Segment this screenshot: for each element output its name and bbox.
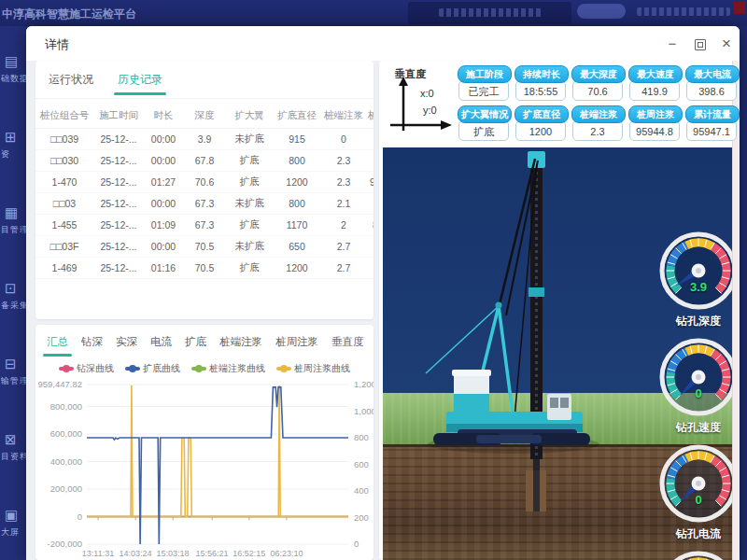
table-row[interactable]: □□03025-12-...00:0067.8扩底8002.35.6 (35, 150, 374, 172)
table-cell: 2.3 (321, 172, 366, 193)
svg-text:15:56:21: 15:56:21 (196, 549, 229, 558)
table-cell: 01:16 (144, 258, 183, 279)
card-value: 2.3 (572, 120, 624, 141)
sidebar-item-0[interactable]: ▤础数据 (0, 54, 26, 85)
card-value: 70.6 (572, 80, 624, 101)
table-cell: 2.1 (321, 193, 366, 215)
table-row[interactable]: □□0325-12-...00:0067.3未扩底8002.10 (35, 193, 374, 215)
card-label: 桩端注浆 (571, 105, 626, 123)
table-cell: 扩底 (226, 258, 273, 279)
sidebar-item-5[interactable]: ⊠目资料 (0, 432, 26, 463)
status-cards-row-1: 施工阶段已完工持续时长18:5:55最大深度70.6最大速度419.9最大电流3… (458, 65, 738, 105)
card-label: 持续时长 (514, 65, 569, 83)
screen-icon: ▣ (5, 508, 26, 523)
table-cell: 70.6 (183, 172, 226, 193)
close-button[interactable]: × (717, 35, 736, 53)
table-row[interactable]: 1-45525-12-...01:0967.3扩底1170285878. (35, 215, 374, 236)
table-cell: 扩底 (226, 215, 273, 236)
maximize-button[interactable] (691, 35, 710, 53)
status-card-最大速度: 最大速度419.9 (628, 65, 681, 101)
monitor-panel: 垂直度 x:0 y:0 施工阶段已完工持续时长18:5:55最大深度70.6最大… (379, 61, 740, 560)
chart-tab-扩底[interactable]: 扩底 (185, 335, 206, 357)
col-header: 扩大翼 (226, 104, 273, 129)
table-cell: 00:00 (144, 193, 183, 215)
table-cell: 0 (366, 193, 374, 215)
history-table-wrap: 桩位组合号施工时间时长深度扩大翼扩底直径桩端注浆桩周注浆 □□03925-12-… (35, 104, 374, 279)
col-header: 桩端注浆 (321, 104, 366, 129)
sidebar-item-label: 目资料 (1, 451, 26, 463)
tab-运行状况[interactable]: 运行状况 (49, 72, 93, 95)
status-card-桩端注浆: 桩端注浆2.3 (571, 105, 624, 141)
sidebar-item-2[interactable]: ▦目管理 (0, 205, 26, 236)
chart-tab-电流[interactable]: 电流 (150, 335, 172, 357)
sidebar-item-1[interactable]: ⊞资 (0, 130, 26, 161)
table-cell: 25-12-... (93, 172, 144, 193)
table-cell: 2.7 (321, 258, 366, 279)
chart-tabs: 汇总钻深实深电流扩底桩端注浆桩周注浆垂直度 (47, 332, 374, 355)
tab-历史记录[interactable]: 历史记录 (118, 72, 162, 95)
table-cell: 5.6 (366, 150, 374, 172)
gauge-钻孔速度: 0钻孔速度 (655, 334, 740, 442)
table-cell: □□030 (35, 150, 93, 172)
verticality-widget: 垂直度 x:0 y:0 (387, 65, 459, 142)
table-row[interactable]: □□03925-12-...00:003.9未扩底91500 (35, 129, 374, 150)
sidebar-item-label: 输管理 (1, 375, 26, 387)
svg-text:200,000: 200,000 (50, 483, 82, 494)
status-card-桩周注浆: 桩周注浆95944.8 (628, 105, 681, 141)
chart-tab-桩周注浆[interactable]: 桩周注浆 (275, 335, 318, 357)
gauge-钻孔深度: 3.9钻孔深度 (655, 228, 740, 336)
table-cell: 未扩底 (226, 236, 273, 258)
sidebar-item-4[interactable]: ⊟输管理 (0, 357, 26, 387)
card-value: 95947.1 (686, 120, 738, 141)
status-card-持续时长: 持续时长18:5:55 (514, 65, 567, 101)
table-cell: 67.8 (183, 150, 226, 172)
clipboard-icon: ▦ (5, 205, 26, 220)
status-card-施工阶段: 施工阶段已完工 (458, 65, 510, 101)
status-card-扩底直径: 扩底直径1200 (514, 105, 567, 141)
maximize-icon-inner (698, 42, 703, 48)
svg-text:13:11:31: 13:11:31 (82, 549, 114, 558)
table-row[interactable]: 1-46925-12-...01:1670.5扩底12002.70 (35, 258, 374, 279)
table-row[interactable]: □□03F25-12-...00:0070.5未扩底6502.70 (35, 236, 374, 258)
table-cell: □□039 (35, 129, 93, 150)
svg-text:0: 0 (354, 539, 359, 549)
chart-tab-实深[interactable]: 实深 (116, 335, 137, 357)
svg-text:800,000: 800,000 (50, 401, 82, 412)
sidebar-item-6[interactable]: ▣大屏 (0, 508, 26, 539)
table-row[interactable]: 1-47025-12-...01:2770.6扩底12002.395944.8 (35, 172, 374, 193)
table-cell: 1-469 (35, 258, 93, 279)
gauge-value: 3.9 (655, 280, 740, 294)
minimize-button[interactable]: − (663, 35, 682, 53)
sidebar-item-3[interactable]: ⊡备采集 (0, 281, 26, 312)
table-cell: 1200 (273, 172, 321, 193)
card-label: 最大速度 (628, 65, 683, 83)
modal-header: 详情 − × (26, 26, 740, 62)
gauge-累计流量: 0累计流量 (655, 547, 740, 560)
table-cell: 1-470 (35, 172, 93, 193)
chart-tab-汇总[interactable]: 汇总 (47, 335, 68, 357)
card-label: 扩大翼情况 (458, 105, 512, 123)
svg-text:1,200: 1,200 (354, 379, 374, 389)
details-modal: 详情 − × 运行状况历史记录 桩位组合号施工时间时长深度扩大翼扩底直径桩端注浆… (26, 26, 740, 560)
table-cell: 25-12-... (93, 150, 144, 172)
truck-icon: ⊟ (5, 357, 26, 371)
archive-icon: ⊠ (5, 432, 26, 447)
status-card-累计流量: 累计流量95947.1 (685, 105, 738, 141)
table-cell: 0 (366, 258, 374, 279)
table-cell: □□03F (35, 236, 93, 258)
topbar-pill-blob[interactable] (577, 4, 626, 19)
card-label: 扩底直径 (514, 105, 569, 123)
gauge-钻孔电流: 0钻孔电流 (655, 441, 740, 549)
table-cell: 1-455 (35, 215, 93, 236)
svg-text:800: 800 (354, 432, 369, 442)
verticality-x-value: x:0 (420, 88, 434, 99)
legend-label: 桩周注浆曲线 (294, 363, 350, 373)
nodes-icon: ⊞ (5, 130, 26, 145)
card-label: 累计流量 (685, 105, 740, 123)
chart-tab-垂直度[interactable]: 垂直度 (331, 335, 364, 357)
chart-tab-桩端注浆[interactable]: 桩端注浆 (219, 335, 262, 357)
chart-tab-钻深[interactable]: 钻深 (81, 335, 103, 357)
legend-marker (59, 367, 74, 371)
svg-text:400,000: 400,000 (50, 456, 82, 467)
history-table: 桩位组合号施工时间时长深度扩大翼扩底直径桩端注浆桩周注浆 □□03925-12-… (35, 104, 374, 279)
